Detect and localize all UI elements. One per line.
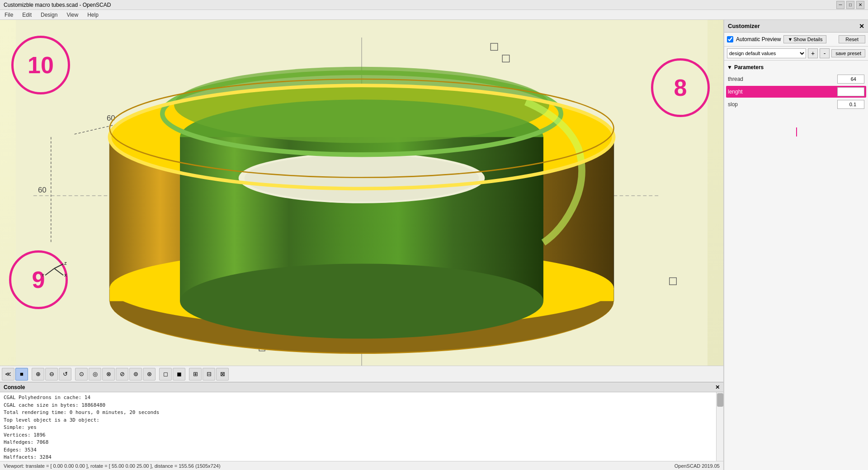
menu-view[interactable]: View	[62, 11, 83, 19]
console-close-btn[interactable]: ✕	[715, 384, 720, 390]
statusbar: Viewport: translate = [ 0.00 0.00 0.00 ]…	[0, 461, 723, 470]
svg-point-35	[174, 67, 549, 143]
console-line: Halffacets: 3284	[4, 454, 712, 461]
customizer-header: Customizer ✕	[724, 20, 868, 33]
auto-preview-checkbox[interactable]	[727, 36, 733, 42]
annotation-circle-10: 10	[11, 36, 70, 94]
titlebar: Customizble macro tubes.scad - OpenSCAD …	[0, 0, 868, 10]
toolbar-view4-btn[interactable]: ⊘	[116, 368, 128, 381]
param-label-thread: thread	[728, 76, 837, 82]
save-preset-button[interactable]: save preset	[831, 49, 865, 57]
toolbar-reset-view-btn[interactable]: ↺	[59, 368, 71, 381]
toolbar-view6-btn[interactable]: ⊛	[143, 368, 156, 381]
svg-text:Y: Y	[42, 273, 44, 277]
right-panel: Customizer ✕ Automatic Preview ▼ Show De…	[723, 20, 868, 470]
console-header: Console ✕	[0, 382, 723, 392]
console-line: Top level object is a 3D object:	[4, 417, 712, 424]
menu-design[interactable]: Design	[36, 11, 62, 19]
console-line: Vertices: 1896	[4, 432, 712, 439]
viewport-3d[interactable]: 60 60 20 40	[0, 20, 723, 366]
titlebar-title: Customizble macro tubes.scad - OpenSCAD	[4, 2, 111, 8]
param-label-lenght: lenght	[728, 89, 763, 95]
console-title: Console	[4, 384, 25, 390]
svg-text:X: X	[64, 273, 67, 277]
console-inner: CGAL Polyhedrons in cache: 14CGAL cache …	[0, 392, 723, 461]
annotation-circle-9: Z X Y 9	[9, 250, 68, 309]
param-label-slop: slop	[728, 101, 837, 108]
param-slider-bg-lenght	[765, 90, 835, 93]
minimize-button[interactable]: ─	[836, 1, 844, 9]
toolbar-zoom-in-btn[interactable]: ⊕	[32, 368, 44, 381]
statusbar-version: OpenSCAD 2019.05	[675, 463, 720, 469]
param-row-lenght: lenght	[726, 86, 866, 98]
console-line: CGAL cache size in bytes: 18868480	[4, 402, 712, 409]
customizer-toolbar: Automatic Preview ▼ Show Details Reset	[724, 33, 868, 47]
parameters-collapse-icon: ▼	[727, 64, 732, 70]
param-input-thread[interactable]	[837, 75, 864, 84]
preset-select[interactable]: design default values	[727, 48, 806, 58]
axis-icon: Z X Y	[41, 255, 68, 282]
param-row-slop: slop	[726, 99, 866, 110]
console-panel: Console ✕ CGAL Polyhedrons in cache: 14C…	[0, 382, 723, 461]
console-line: Simple: yes	[4, 424, 712, 432]
toolbar-prev-btn[interactable]: ≪	[2, 368, 14, 381]
toolbar-view5-btn[interactable]: ⊚	[129, 368, 142, 381]
toolbar-axes-btn[interactable]: ⊠	[216, 368, 229, 381]
param-input-slop[interactable]	[837, 100, 864, 109]
console-line: CGAL Polyhedrons in cache: 14	[4, 394, 712, 402]
param-slider-lenght[interactable]	[765, 87, 835, 96]
statusbar-viewport-info: Viewport: translate = [ 0.00 0.00 0.00 ]…	[4, 463, 221, 469]
toolbar: ≪ ■ ⊕ ⊖ ↺ ⊙ ◎ ⊗ ⊘ ⊚ ⊛ ◻ ◼ ⊞ ⊟ ⊠	[0, 366, 723, 382]
remove-preset-button[interactable]: -	[820, 48, 830, 58]
show-details-label: Show Details	[793, 37, 822, 42]
console-line: Edges: 3534	[4, 446, 712, 454]
toolbar-render-btn[interactable]: ■	[15, 368, 28, 381]
menubar: File Edit Design View Help	[0, 10, 868, 20]
menu-edit[interactable]: Edit	[18, 11, 36, 19]
auto-preview-label: Automatic Preview	[736, 36, 781, 42]
params-cursor	[796, 127, 797, 136]
viewport-area: 60 60 20 40	[0, 20, 723, 470]
toolbar-perspective-btn[interactable]: ⊟	[203, 368, 215, 381]
svg-line-38	[54, 264, 63, 268]
svg-line-42	[45, 268, 54, 275]
parameters-header[interactable]: ▼ Parameters	[726, 62, 866, 72]
svg-text:60: 60	[38, 186, 47, 195]
params-empty-area	[726, 114, 866, 204]
toolbar-view-center-btn[interactable]: ⊙	[75, 368, 88, 381]
preset-row: design default values + - save preset	[724, 47, 868, 61]
console-content: CGAL Polyhedrons in cache: 14CGAL cache …	[0, 392, 716, 461]
viewport-svg: 60 60 20 40	[0, 20, 723, 366]
toolbar-view3-btn[interactable]: ⊗	[102, 368, 115, 381]
reset-button[interactable]: Reset	[839, 35, 865, 43]
toolbar-solid-btn[interactable]: ◼	[173, 368, 185, 381]
toolbar-view2-btn[interactable]: ◎	[89, 368, 101, 381]
console-line: Total rendering time: 0 hours, 0 minutes…	[4, 409, 712, 417]
console-line: Halfedges: 7068	[4, 439, 712, 446]
parameters-section: ▼ Parameters thread lenght slop	[724, 61, 868, 206]
param-input-lenght[interactable]	[837, 87, 864, 96]
show-details-button[interactable]: ▼ Show Details	[783, 35, 826, 43]
console-scrollbar[interactable]	[716, 392, 723, 461]
parameters-title: Parameters	[734, 64, 764, 70]
annotation-circle-8: 8	[651, 58, 710, 117]
menu-file[interactable]: File	[0, 11, 18, 19]
param-row-thread: thread	[726, 73, 866, 85]
customizer-title: Customizer	[728, 23, 760, 29]
toolbar-wireframe-btn[interactable]: ◻	[159, 368, 172, 381]
svg-text:Z: Z	[64, 261, 67, 266]
add-preset-button[interactable]: +	[808, 48, 818, 58]
svg-text:60: 60	[107, 114, 115, 122]
toolbar-orthogonal-btn[interactable]: ⊞	[189, 368, 202, 381]
titlebar-controls: ─ □ ✕	[836, 1, 864, 9]
restore-button[interactable]: □	[846, 1, 854, 9]
main-layout: 60 60 20 40	[0, 20, 868, 470]
customizer-close-btn[interactable]: ✕	[859, 23, 864, 30]
show-details-arrow: ▼	[788, 37, 793, 42]
toolbar-zoom-out-btn[interactable]: ⊖	[45, 368, 58, 381]
menu-help[interactable]: Help	[83, 11, 103, 19]
svg-line-40	[54, 268, 63, 275]
svg-point-31	[180, 263, 543, 338]
close-button[interactable]: ✕	[856, 1, 864, 9]
